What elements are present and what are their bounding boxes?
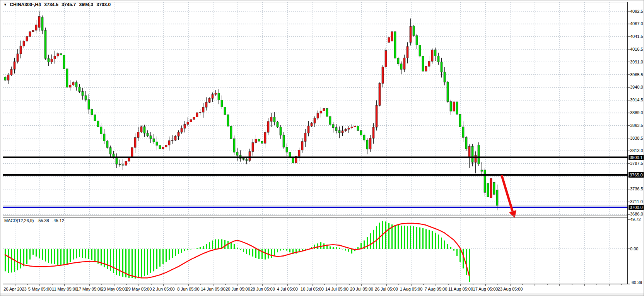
price-axis-tick: 4016.5 (630, 47, 643, 52)
macd-signal-value: -45.12 (52, 218, 64, 223)
time-axis-label: 10 Jul 05:00 (301, 287, 324, 292)
time-axis-label: 14 Jun 05:00 (201, 287, 225, 292)
price-axis-tick: 3940.0 (630, 85, 643, 90)
macd-axis-tick: -60.39 (630, 280, 642, 285)
time-axis-label: 7 Aug 05:00 (425, 287, 448, 292)
time-axis-label: 11 May 05:00 (52, 287, 77, 292)
price-axis-tick: 3736.5 (630, 186, 643, 192)
title-high: 3745.7 (61, 2, 76, 7)
symbol-timeframe: CHINA300-,H4 (10, 2, 41, 7)
price-axis-tick: 3813.0 (630, 148, 643, 153)
window-bottom-strip (0, 293, 644, 296)
macd-axis-tick: 49.72 (630, 217, 641, 222)
time-axis-label: 11 Aug 05:00 (448, 287, 473, 292)
time-axis-label: 1 Aug 05:00 (400, 287, 423, 292)
price-badge-3700-0: 3700.0 (629, 205, 644, 210)
price-axis-tick: 3889.0 (630, 110, 643, 115)
title-open: 3734.5 (44, 2, 58, 7)
price-axis-tick: 3991.0 (630, 60, 643, 65)
price-axis-tick: 3711.0 (630, 199, 643, 204)
price-badge-3765-0: 3765.0 (629, 172, 644, 178)
price-axis-tick: 3787.5 (630, 161, 643, 166)
macd-indicator-label: MACD(12,26,9) -55.38 -45.12 (4, 218, 64, 223)
time-axis-label: 29 May 05:00 (126, 287, 152, 292)
time-axis-label: 17 May 05:00 (77, 287, 102, 292)
time-axis-label: 23 May 05:00 (101, 287, 127, 292)
time-axis-label: 23 Aug 05:00 (498, 287, 523, 292)
macd-name: MACD(12,26,9) (4, 218, 34, 223)
time-axis-label: 14 Jul 05:00 (325, 287, 348, 292)
price-axis-tick: 3914.5 (630, 98, 643, 103)
time-axis-label: 26 Jul 05:00 (375, 287, 398, 292)
price-axis-tick: 3965.5 (630, 72, 643, 77)
price-badge-3800-1: 3800.1 (629, 155, 644, 160)
price-axis-tick: 3686.0 (630, 212, 643, 217)
trading-chart-window: ▼ CHINA300-,H4 3734.5 3745.7 3694.3 3703… (0, 0, 644, 296)
time-axis-label: 17 Aug 05:00 (473, 287, 498, 292)
macd-main-value: -55.38 (37, 218, 49, 223)
price-axis-tick: 4067.0 (630, 21, 643, 26)
title-close: 3703.0 (96, 2, 111, 7)
time-axis-label: 2 Jun 05:00 (152, 287, 175, 292)
price-axis-tick: 3863.5 (630, 123, 643, 128)
chart-canvas[interactable] (0, 0, 644, 296)
title-low: 3694.3 (79, 2, 93, 7)
time-axis-label: 8 Jun 05:00 (177, 287, 200, 292)
macd-axis-tick: 0.00 (630, 246, 638, 252)
time-axis-label: 20 Jun 05:00 (225, 287, 250, 292)
time-axis-label: 26 Apr 2023 (3, 287, 26, 292)
chart-title: ▼ CHINA300-,H4 3734.5 3745.7 3694.3 3703… (3, 2, 111, 7)
time-axis-label: 28 Jun 05:00 (250, 287, 275, 292)
time-axis-label: 20 Jul 05:00 (350, 287, 373, 292)
time-axis-label: 5 May 05:00 (28, 287, 52, 292)
time-axis-label: 4 Jul 05:00 (277, 287, 298, 292)
price-axis-tick: 4092.5 (630, 9, 643, 14)
price-axis-tick: 3838.5 (630, 136, 643, 141)
chevron-down-icon[interactable]: ▼ (3, 3, 7, 7)
price-axis-tick: 4041.5 (630, 34, 643, 39)
